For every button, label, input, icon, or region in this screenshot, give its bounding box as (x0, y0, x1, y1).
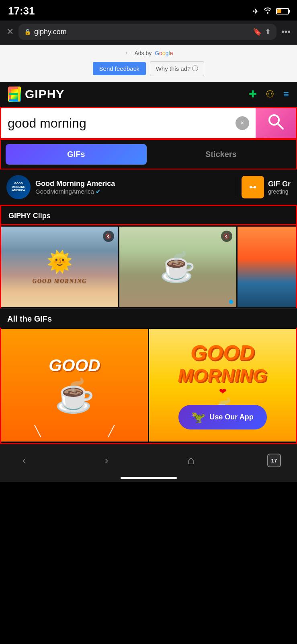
google-label: Google (155, 50, 173, 56)
channel-right-info: GIF Gr greeting (268, 180, 291, 195)
gif-greeting-avatar (242, 176, 264, 198)
app-mascot-icon: 🦖 (191, 411, 205, 424)
search-icon (266, 112, 285, 135)
ad-buttons: Send feedback Why this ad? ⓘ (93, 61, 205, 76)
airplane-icon: ✈ (252, 6, 259, 16)
channel-handle-gma: GoodMorningAmerica ✔ (35, 188, 228, 195)
gifs-tab[interactable]: GIFs (6, 144, 147, 165)
giphy-logo-icon (8, 87, 21, 102)
ad-header: ← Ads by Google (124, 49, 173, 57)
url-text[interactable]: giphy.com (34, 28, 250, 36)
search-section: good morning × (0, 107, 297, 139)
coffee-cup-emoji: ☕ (160, 250, 196, 284)
stickers-tab[interactable]: Stickers (151, 144, 292, 165)
giphy-nav-icons: ✚ ⚇ ≡ (249, 89, 289, 100)
good-morning-clip-text: GOOD MORNING (33, 278, 87, 285)
search-query-text: good morning (8, 116, 231, 131)
browser-bar: ✕ 🔒 giphy.com 🔖 ⬆ ••• (0, 21, 297, 45)
svg-line-7 (278, 124, 283, 129)
lock-icon: 🔒 (24, 29, 31, 35)
gif-grid: GOOD ☕ ╲╱ GOOD MORNING ❤ ☕ 🦖 Use Our App (0, 328, 297, 444)
giphy-header: GIPHY ✚ ⚇ ≡ (0, 82, 297, 107)
gif-item-1[interactable]: GOOD ☕ ╲╱ (1, 329, 148, 442)
info-icon: ⓘ (192, 65, 198, 72)
user-profile-button[interactable]: ⚇ (266, 89, 274, 100)
ad-banner: ← Ads by Google Send feedback Why this a… (0, 45, 297, 82)
status-time: 17:31 (8, 5, 35, 17)
hamburger-menu-button[interactable]: ≡ (283, 89, 289, 100)
clip-audio-button-1[interactable]: 🔇 (103, 231, 114, 242)
gma-avatar: GOODMORNINGAMERICA (6, 175, 31, 199)
giphy-logo[interactable]: GIPHY (8, 87, 64, 102)
tabs-section: GIFs Stickers (0, 139, 297, 169)
channel-divider (235, 177, 235, 197)
ad-back-icon[interactable]: ← (124, 49, 131, 57)
bookmark-icon[interactable]: 🔖 (253, 27, 262, 36)
wifi-icon (263, 6, 272, 16)
ads-by-label: Ads by (134, 50, 152, 56)
use-our-app-button[interactable]: 🦖 Use Our App (178, 405, 267, 429)
svg-rect-5 (18, 87, 20, 101)
svg-rect-3 (9, 93, 18, 95)
channel-name-gif: GIF Gr (268, 180, 291, 188)
giphy-logo-text: GIPHY (25, 87, 64, 101)
forward-button[interactable]: › (98, 452, 115, 469)
url-bar[interactable]: 🔒 giphy.com 🔖 ⬆ (18, 24, 277, 40)
tabs-count-button[interactable]: 17 (267, 454, 281, 467)
home-indicator (121, 477, 177, 479)
share-icon[interactable]: ⬆ (265, 27, 271, 36)
use-our-app-label: Use Our App (209, 413, 253, 421)
clips-row: 🌞 GOOD MORNING 🔇 ☕ 🔇 (0, 225, 297, 308)
close-tab-button[interactable]: ✕ (6, 27, 14, 37)
add-gif-button[interactable]: ✚ (249, 89, 257, 100)
all-gifs-label: All the GIFs (0, 308, 297, 328)
back-button[interactable]: ‹ (16, 452, 32, 469)
channel-name-gma: Good Morning America (35, 180, 228, 188)
channel-sub-gif: greeting (268, 188, 291, 195)
search-input-area[interactable]: good morning × (1, 108, 256, 138)
battery-fill (277, 9, 281, 13)
clip-dot (229, 300, 233, 304)
channel-info-gma: Good Morning America GoodMorningAmerica … (35, 180, 228, 195)
channel-item-gma[interactable]: GOODMORNINGAMERICA Good Morning America … (6, 175, 228, 199)
channels-row: GOODMORNINGAMERICA Good Morning America … (0, 169, 297, 205)
heart-icon: ❤ (219, 386, 226, 397)
battery-icon (276, 8, 289, 14)
why-this-ad-button[interactable]: Why this ad? ⓘ (150, 61, 205, 76)
giphy-clips-label: GIPHY Clips (0, 205, 297, 225)
verified-badge: ✔ (96, 188, 101, 195)
status-bar: 17:31 ✈ (0, 0, 297, 21)
clip-item-sunset[interactable] (238, 227, 296, 307)
clip-item-coffee[interactable]: ☕ 🔇 (119, 227, 236, 307)
home-button[interactable]: ⌂ (181, 451, 201, 470)
bottom-nav: ‹ › ⌂ 17 (0, 444, 297, 482)
send-feedback-button[interactable]: Send feedback (93, 62, 146, 75)
status-icons: ✈ (252, 6, 289, 16)
gif-item-2[interactable]: GOOD MORNING ❤ ☕ 🦖 Use Our App (149, 329, 296, 442)
more-options-button[interactable]: ••• (281, 27, 291, 37)
search-clear-button[interactable]: × (236, 116, 249, 130)
channel-item-gifgr[interactable]: GIF Gr greeting (242, 176, 291, 198)
gif-good-text: GOOD (49, 356, 100, 375)
clip-audio-button-2[interactable]: 🔇 (221, 231, 232, 242)
svg-rect-4 (9, 99, 18, 101)
search-submit-button[interactable] (256, 108, 296, 138)
gif-morning-text: MORNING (178, 365, 267, 386)
clip-item-goodmorning[interactable]: 🌞 GOOD MORNING 🔇 (1, 227, 118, 307)
svg-rect-2 (9, 87, 18, 89)
gif-good-text-2: GOOD (190, 341, 254, 365)
gif-cup-char: ☕ (55, 377, 95, 415)
sun-emoji: 🌞 (47, 250, 73, 274)
